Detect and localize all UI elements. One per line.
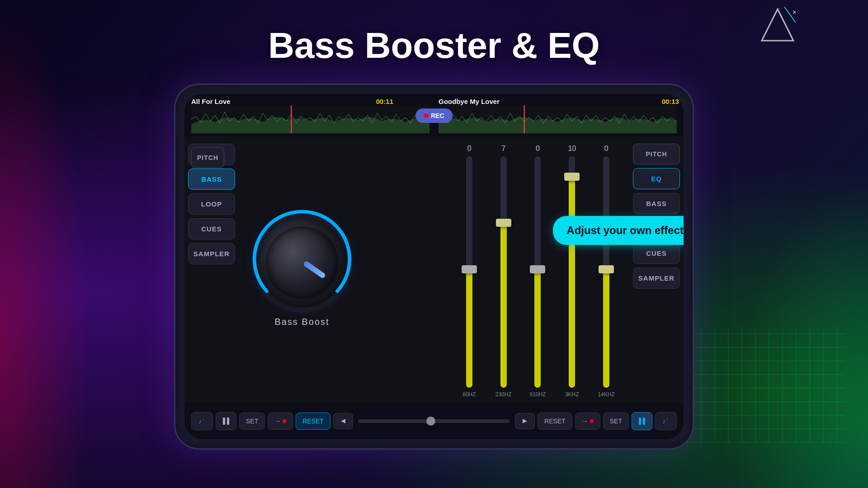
sampler-left-button[interactable]: SAMPLER [188,243,235,264]
eq-fader-fill-4 [603,272,609,388]
reset-right-button[interactable]: RESET [538,413,572,430]
left-panel: PITCH EQ BASS LOOP CUES SAMPLER [184,139,239,403]
eq-fader-col-1: 230HZ [488,156,519,398]
grid-pattern [687,330,845,443]
svg-text:♪: ♪ [198,418,202,425]
eq-fader-col-2: 910HZ [522,156,553,398]
set-right-button[interactable]: SET [603,413,629,430]
svg-text:+: + [202,418,204,422]
eq-fader-handle-3[interactable] [564,173,580,181]
eq-val-0: 0 [453,145,485,153]
rec-dot [424,113,428,118]
arrow-dot-left [283,419,286,423]
eq-hz-label-0: 60HZ [462,391,476,398]
svg-rect-20 [639,418,641,425]
svg-text:✕: ✕ [792,9,796,16]
eq-values-row: 0 7 0 10 0 [452,145,623,156]
arrow-set-right-button[interactable]: → [575,413,600,430]
knob-inner [266,226,338,299]
eq-fader-track-0[interactable] [466,156,472,388]
left-track-time: 00:11 [376,98,393,105]
tooltip-bubble: Adjust your own effect [553,216,684,245]
eq-fader-track-1[interactable] [500,156,507,388]
deco-triangle-top-right: ✕ [723,5,796,61]
bass-left-button[interactable]: BASS [188,169,235,190]
eq-hz-label-2: 910HZ [529,391,546,398]
arrow-right-icon: → [582,418,588,425]
phone-frame: All For Love 00:11 // Generate waveform … [174,84,694,450]
svg-text:+: + [666,418,668,422]
eq-fader-col-0: 60HZ [453,156,485,398]
eq-val-4: 0 [590,145,622,153]
svg-text:♪: ♪ [662,418,665,425]
eq-fader-track-3[interactable] [569,156,575,388]
eq-fader-handle-1[interactable] [496,219,511,227]
eq-fader-col-3: 3KHZ [556,156,588,398]
eq-faders-row: 60HZ 230HZ 910HZ [452,156,623,398]
pause-left-button[interactable] [216,412,236,430]
svg-marker-19 [523,419,527,423]
eq-hz-label-1: 230HZ [495,391,512,398]
waveform-right: Goodbye My Lover 00:13 [434,94,684,137]
eq-val-3: 10 [556,145,588,153]
eq-val-2: 0 [522,145,553,153]
svg-rect-17 [227,418,229,425]
music-right-button[interactable]: ♪+ [655,412,677,430]
bass-boost-knob[interactable] [255,215,349,310]
eq-fader-track-4[interactable] [603,156,609,388]
eq-fader-handle-2[interactable] [530,265,545,273]
bass-right-button[interactable]: BASS [633,193,680,214]
cues-right-button[interactable]: CUES [633,243,680,264]
svg-rect-16 [223,418,225,425]
waveform-canvas-left: // Generate waveform bars inline via SVG… [191,105,429,133]
next-button[interactable] [515,413,535,429]
eq-fader-handle-4[interactable] [599,265,614,273]
eq-fader-fill-2 [534,272,541,388]
music-left-button[interactable]: ♪+ [191,412,213,430]
scrub-bar[interactable] [358,419,510,423]
eq-hz-label-3: 3KHZ [565,391,579,398]
svg-marker-0 [762,9,793,41]
eq-fader-fill-1 [500,226,507,388]
eq-fader-col-4: 14KHZ [590,156,622,398]
waveform-canvas-right [439,105,677,133]
right-track-name: Goodbye My Lover [439,98,677,105]
arrow-set-left-button[interactable]: → [268,413,293,430]
pause-right-button[interactable] [632,412,652,430]
eq-val-1: 7 [488,145,519,153]
eq-fader-track-2[interactable] [534,156,541,388]
pitch-left-button[interactable]: PITCH [191,147,224,168]
phone-screen: All For Love 00:11 // Generate waveform … [184,94,684,439]
eq-right-button[interactable]: EQ [633,168,680,189]
transport-bar: ♪+ SET → RESET RESET → [184,403,684,439]
eq-fader-handle-0[interactable] [462,265,477,273]
right-panel: PITCH EQ BASS LOOP CUES SAMPLER [629,139,684,403]
cues-left-button[interactable]: CUES [188,218,235,239]
set-left-button[interactable]: SET [239,413,265,430]
arrow-dot-right [590,419,594,423]
eq-fader-fill-0 [466,272,472,388]
scrub-handle[interactable] [426,417,435,426]
eq-section: 0 7 0 10 0 60HZ [448,139,627,403]
app-title: Bass Booster & EQ [268,25,600,66]
reset-left-button[interactable]: RESET [296,413,330,430]
rec-label: REC [431,112,444,119]
right-track-time: 00:13 [662,98,679,105]
pitch-right-button[interactable]: PITCH [633,144,680,164]
knob-container: Bass Boost [255,215,349,327]
tooltip-text: Adjust your own effect [566,224,684,236]
prev-button[interactable] [333,413,353,429]
eq-fader-fill-3 [569,179,575,388]
svg-marker-18 [341,419,345,423]
arrow-left-icon: → [274,418,281,425]
svg-rect-21 [643,418,645,425]
sampler-right-button[interactable]: SAMPLER [633,267,680,289]
left-track-name: All For Love [191,98,429,105]
knob-label: Bass Boost [274,317,329,327]
rec-button[interactable]: REC [415,108,453,123]
waveform-left: All For Love 00:11 // Generate waveform … [184,94,434,137]
waveform-area: All For Love 00:11 // Generate waveform … [184,94,684,137]
loop-left-button[interactable]: LOOP [188,193,235,215]
eq-hz-label-4: 14KHZ [598,391,614,398]
